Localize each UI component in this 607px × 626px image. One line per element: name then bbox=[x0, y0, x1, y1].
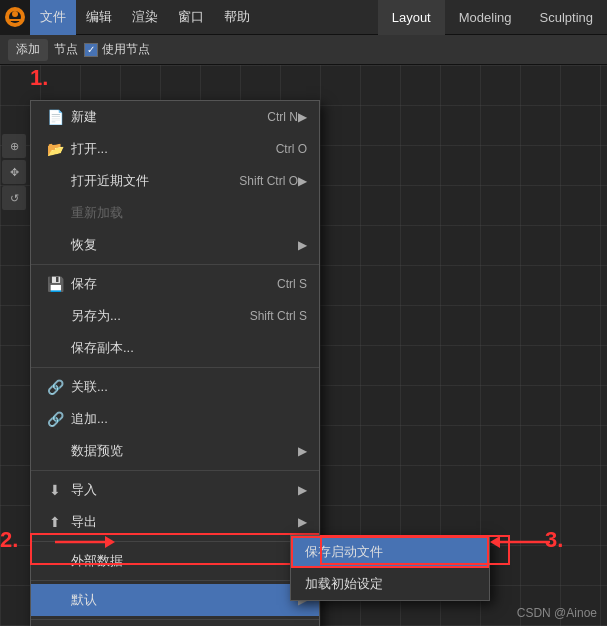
new-shortcut: Ctrl N▶ bbox=[267, 110, 307, 124]
open-icon: 📂 bbox=[43, 141, 67, 157]
menu-help[interactable]: 帮助 bbox=[214, 0, 260, 35]
revert-arrow: ▶ bbox=[298, 238, 307, 252]
arrow-3 bbox=[490, 527, 550, 557]
svg-point-2 bbox=[12, 11, 18, 17]
use-nodes-checkbox[interactable]: ✓ bbox=[84, 43, 98, 57]
import-arrow: ▶ bbox=[298, 483, 307, 497]
use-nodes-label: ✓ 使用节点 bbox=[84, 41, 150, 58]
saveas-label: 另存为... bbox=[71, 307, 121, 325]
menu-edit[interactable]: 编辑 bbox=[76, 0, 122, 35]
main-area: ⊕ ✥ ↺ 📄 新建 Ctrl N▶ 📂 打开... Ctrl O 打开近期文件… bbox=[0, 65, 607, 626]
submenu-save-startup[interactable]: 保存启动文件 bbox=[291, 536, 489, 568]
watermark: CSDN @Ainoe bbox=[517, 606, 597, 620]
sep1 bbox=[31, 264, 319, 265]
save-label: 保存 bbox=[71, 275, 97, 293]
menu-recent[interactable]: 打开近期文件 Shift Ctrl O▶ bbox=[31, 165, 319, 197]
left-icon-3[interactable]: ↺ bbox=[2, 186, 26, 210]
tab-layout[interactable]: Layout bbox=[378, 0, 445, 35]
import-label: 导入 bbox=[71, 481, 97, 499]
defaults-submenu: 保存启动文件 加载初始设定 bbox=[290, 535, 490, 601]
use-nodes-text: 使用节点 bbox=[102, 41, 150, 58]
left-toolbar: ⊕ ✥ ↺ bbox=[0, 130, 28, 214]
second-toolbar: 添加 节点 ✓ 使用节点 bbox=[0, 35, 607, 65]
menu-save[interactable]: 💾 保存 Ctrl S bbox=[31, 268, 319, 300]
menu-datapreview[interactable]: 数据预览 ▶ bbox=[31, 435, 319, 467]
open-label: 打开... bbox=[71, 140, 108, 158]
new-icon: 📄 bbox=[43, 109, 67, 125]
left-icon-1[interactable]: ⊕ bbox=[2, 134, 26, 158]
top-bar: 文件 编辑 渲染 窗口 帮助 Layout Modeling Sculpting bbox=[0, 0, 607, 35]
menu-import[interactable]: ⬇ 导入 ▶ bbox=[31, 474, 319, 506]
node-label: 节点 bbox=[54, 41, 78, 58]
sep2 bbox=[31, 367, 319, 368]
datapreview-arrow: ▶ bbox=[298, 444, 307, 458]
svg-marker-7 bbox=[490, 536, 500, 548]
new-label: 新建 bbox=[71, 108, 97, 126]
blender-logo[interactable] bbox=[0, 0, 30, 35]
menu-file[interactable]: 文件 bbox=[30, 0, 76, 35]
sep3 bbox=[31, 470, 319, 471]
menu-reload: 重新加载 bbox=[31, 197, 319, 229]
reload-label: 重新加载 bbox=[71, 204, 123, 222]
sep6 bbox=[31, 619, 319, 620]
append-icon: 🔗 bbox=[43, 411, 67, 427]
append-label: 追加... bbox=[71, 410, 108, 428]
svg-marker-5 bbox=[105, 536, 115, 548]
menu-render[interactable]: 渲染 bbox=[122, 0, 168, 35]
save-icon: 💾 bbox=[43, 276, 67, 292]
svg-rect-3 bbox=[9, 19, 21, 21]
revert-label: 恢复 bbox=[71, 236, 97, 254]
tab-modeling[interactable]: Modeling bbox=[445, 0, 526, 35]
save-shortcut: Ctrl S bbox=[277, 277, 307, 291]
link-icon: 🔗 bbox=[43, 379, 67, 395]
annotation-1: 1. bbox=[30, 65, 48, 91]
open-shortcut: Ctrl O bbox=[276, 142, 307, 156]
submenu-load-initial[interactable]: 加载初始设定 bbox=[291, 568, 489, 600]
workspace-tabs: Layout Modeling Sculpting bbox=[378, 0, 607, 35]
export-arrow: ▶ bbox=[298, 515, 307, 529]
recent-label: 打开近期文件 bbox=[71, 172, 149, 190]
menu-append[interactable]: 🔗 追加... bbox=[31, 403, 319, 435]
recent-shortcut: Shift Ctrl O▶ bbox=[239, 174, 307, 188]
tab-sculpting[interactable]: Sculpting bbox=[526, 0, 607, 35]
savecopy-label: 保存副本... bbox=[71, 339, 134, 357]
saveas-shortcut: Shift Ctrl S bbox=[250, 309, 307, 323]
defaults-label: 默认 bbox=[71, 591, 97, 609]
sep5 bbox=[31, 580, 319, 581]
menu-open[interactable]: 📂 打开... Ctrl O bbox=[31, 133, 319, 165]
import-icon: ⬇ bbox=[43, 482, 67, 498]
menu-savecopy[interactable]: 保存副本... bbox=[31, 332, 319, 364]
menu-window[interactable]: 窗口 bbox=[168, 0, 214, 35]
arrow-2 bbox=[55, 527, 115, 557]
annotation-2: 2. bbox=[0, 527, 18, 553]
datapreview-label: 数据预览 bbox=[71, 442, 123, 460]
menu-revert[interactable]: 恢复 ▶ bbox=[31, 229, 319, 261]
menu-new[interactable]: 📄 新建 Ctrl N▶ bbox=[31, 101, 319, 133]
menu-link[interactable]: 🔗 关联... bbox=[31, 371, 319, 403]
add-button[interactable]: 添加 bbox=[8, 39, 48, 61]
left-icon-2[interactable]: ✥ bbox=[2, 160, 26, 184]
menu-saveas[interactable]: 另存为... Shift Ctrl S bbox=[31, 300, 319, 332]
menu-defaults[interactable]: 默认 ▶ bbox=[31, 584, 319, 616]
link-label: 关联... bbox=[71, 378, 108, 396]
